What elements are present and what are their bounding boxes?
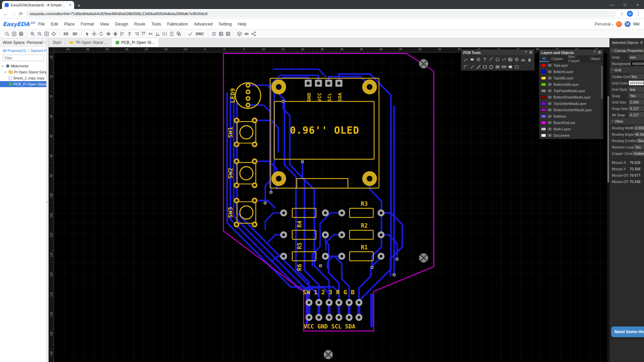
- menu-tools[interactable]: Tools: [148, 19, 164, 29]
- pcb-silk-text[interactable]: SDA: [337, 93, 342, 102]
- pcb-silk-text[interactable]: 0.96'' OLED: [290, 124, 359, 136]
- canvas-properties-header[interactable]: ▾Canvas Properties: [610, 47, 644, 54]
- distribute-h-icon[interactable]: [161, 31, 168, 37]
- pcb-canvas[interactable]: 0.96'' OLEDLED9SW1SW2SW3GNDVCCSCLSDAR3R2…: [54, 53, 609, 362]
- bookmark-star-icon[interactable]: ☆: [620, 11, 624, 16]
- distribute-v-icon[interactable]: [168, 31, 175, 37]
- tab-schematic-project[interactable]: *Pi Open Stand ...: [65, 38, 112, 47]
- window-minimize-button[interactable]: —: [606, 3, 619, 7]
- view-3d-icon[interactable]: [236, 31, 243, 37]
- workspace-header[interactable]: Work Space: Personal▾: [0, 38, 46, 47]
- grid-style-select[interactable]: line: [629, 87, 644, 92]
- tab-close-icon[interactable]: ×: [69, 3, 71, 7]
- snap-size-input[interactable]: 0.127: [629, 106, 644, 111]
- layers-tab-all[interactable]: All: [539, 56, 549, 62]
- layer-visibility-eye-icon[interactable]: [548, 83, 552, 86]
- points-badge-icon[interactable]: [616, 21, 622, 27]
- pcb-silk-text[interactable]: SW 1 2 3 R G B: [303, 289, 355, 296]
- menu-place[interactable]: Place: [61, 19, 77, 29]
- collapse-arrow-icon[interactable]: ▾: [2, 65, 5, 68]
- reload-icon[interactable]: ⟳: [19, 11, 23, 16]
- align-left-icon[interactable]: [119, 31, 126, 37]
- menu-design[interactable]: Design: [112, 19, 131, 29]
- tab-pcb-document[interactable]: PCB_Pi Open St...: [112, 38, 159, 47]
- bom-table-icon[interactable]: [224, 31, 231, 37]
- menu-route[interactable]: Route: [131, 19, 148, 29]
- need-help-button[interactable]: Need Some Help: [611, 326, 644, 337]
- filter-input[interactable]: [3, 55, 44, 61]
- circle-tool-icon[interactable]: [494, 56, 501, 63]
- tab-start[interactable]: Start: [49, 38, 65, 47]
- flip-v-icon[interactable]: [112, 31, 119, 37]
- sidebar-collapse-handle[interactable]: ◂: [46, 38, 49, 362]
- photo-view-icon[interactable]: [243, 31, 250, 37]
- tree-item-schematic[interactable]: Sheet_1 copy copy: [0, 75, 46, 81]
- all-projects-link[interactable]: All Projects(11): [3, 49, 26, 53]
- tree-project-folder[interactable]: ▾ Pi Open Stand Simplified: [0, 69, 46, 75]
- pcb-silk-text[interactable]: R3: [361, 200, 368, 207]
- layers-tab-noncopper[interactable]: Non-Copper: [566, 56, 588, 62]
- grid-size-input[interactable]: 2.540: [629, 100, 644, 105]
- pcb-silk-text[interactable]: LED9: [229, 88, 236, 103]
- window-maximize-button[interactable]: □: [619, 3, 631, 7]
- pad-tool-icon[interactable]: [469, 56, 475, 63]
- browser-tab[interactable]: EasyEDA(Standard) - A Simple... ×: [2, 1, 74, 9]
- layer-color-swatch[interactable]: [541, 102, 546, 105]
- layer-color-swatch[interactable]: [541, 121, 546, 124]
- toolbar-drc-button[interactable]: DRC: [194, 32, 206, 36]
- align-bottom-icon[interactable]: [154, 31, 161, 37]
- pcb-silk-text[interactable]: SW3: [227, 207, 234, 218]
- gear-icon[interactable]: ⚙: [529, 51, 532, 54]
- layer-row-multi-layer[interactable]: Multi-Layer: [539, 126, 603, 132]
- layer-visibility-eye-icon[interactable]: [548, 64, 552, 67]
- layer-row-boardoutline[interactable]: BoardOutLine: [539, 119, 603, 126]
- align-middle-icon[interactable]: [147, 31, 154, 37]
- hand-tool-icon[interactable]: [526, 56, 533, 63]
- measure-tool-icon[interactable]: [475, 63, 482, 70]
- menu-edit[interactable]: Edit: [48, 19, 61, 29]
- tree-root-user[interactable]: ▾ Mklements: [0, 63, 46, 69]
- easyeda-logo[interactable]: EasyEDAStd: [3, 21, 35, 27]
- pcb-silk-text[interactable]: R4: [296, 221, 303, 228]
- canvas-origin-tool-icon[interactable]: [514, 56, 520, 63]
- window-close-button[interactable]: ×: [631, 3, 644, 7]
- browser-menu-icon[interactable]: ⋮: [636, 11, 641, 16]
- align-top-icon[interactable]: [140, 31, 147, 37]
- layer-row-topsilklayer[interactable]: TopSilkLayer: [539, 75, 603, 81]
- track-tool-icon[interactable]: [463, 56, 469, 63]
- spline-tool-icon[interactable]: [501, 56, 507, 63]
- via-tool-icon[interactable]: [475, 56, 482, 63]
- arc-tool-icon[interactable]: [488, 56, 494, 63]
- pin-icon[interactable]: [593, 50, 596, 55]
- group-objects-icon[interactable]: [175, 31, 182, 37]
- opened-projects-link[interactable]: Opened Pro: [31, 49, 46, 53]
- zoom-in-icon[interactable]: [29, 31, 36, 37]
- share-icon[interactable]: [250, 31, 257, 37]
- layers-tab-copper[interactable]: Copper: [549, 56, 566, 62]
- grid-section-header[interactable]: ▾Grid: [610, 67, 644, 73]
- align-center-icon[interactable]: [126, 31, 133, 37]
- pcb-silk-text[interactable]: SW2: [227, 168, 234, 179]
- layers-tab-object[interactable]: Object: [588, 56, 603, 62]
- grid-setting-icon[interactable]: [217, 31, 224, 37]
- layer-row-bottomsilklayer[interactable]: BottomSilkLayer: [539, 81, 603, 87]
- pin-icon[interactable]: [524, 50, 528, 55]
- layer-visibility-eye-icon[interactable]: [548, 128, 552, 130]
- routing-angle-select[interactable]: 45 Degree: [634, 132, 644, 137]
- back-icon[interactable]: ←: [3, 11, 8, 16]
- search-icon[interactable]: [3, 31, 10, 37]
- cutout-tool-icon[interactable]: [494, 63, 501, 70]
- layer-row-toppastemasklayer[interactable]: TopPasteMaskLayer: [539, 87, 603, 94]
- zoom-fit-icon[interactable]: [43, 31, 50, 37]
- crosshair-icon[interactable]: [50, 31, 57, 37]
- layer-visibility-eye-icon[interactable]: [548, 102, 552, 105]
- grid-color-field[interactable]: #FFFFFF: [629, 80, 644, 85]
- layer-row-topsoldermasklayer[interactable]: TopSolderMaskLayer: [539, 100, 603, 107]
- collapse-arrow-icon[interactable]: ▾: [5, 71, 7, 74]
- layer-row-bottomlayer[interactable]: BottomLayer: [539, 68, 603, 75]
- layer-color-swatch[interactable]: [541, 83, 546, 86]
- image-tool-icon[interactable]: [507, 56, 514, 63]
- snap-select[interactable]: Yes: [629, 93, 644, 98]
- layer-visibility-eye-icon[interactable]: [548, 89, 552, 92]
- layer-visibility-eye-icon[interactable]: [548, 96, 552, 99]
